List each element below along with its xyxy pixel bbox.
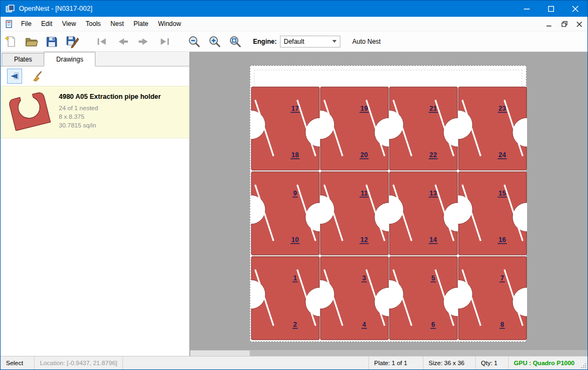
nested-part-pair[interactable]: 13 14: [389, 171, 458, 255]
zoom-in-button[interactable]: [206, 33, 224, 50]
mdi-restore-button[interactable]: [559, 19, 569, 29]
svg-text:14: 14: [429, 236, 437, 244]
save-icon: [45, 35, 59, 49]
mdi-minimize-button[interactable]: [544, 19, 554, 29]
nav-first-icon: [95, 37, 110, 46]
status-gpu: GPU : Quadro P1000: [509, 356, 580, 369]
tab-drawings[interactable]: Drawings: [44, 52, 95, 66]
status-mode: Select: [1, 356, 34, 369]
nested-part-pair[interactable]: 9 10: [251, 171, 320, 255]
open-file-button[interactable]: [22, 33, 40, 50]
svg-text:4: 4: [362, 321, 366, 328]
svg-text:1: 1: [293, 274, 297, 282]
save-as-button[interactable]: [63, 33, 81, 50]
nested-part-pair[interactable]: 19 20: [320, 86, 389, 171]
toolbar: Engine: Default Auto Nest: [1, 31, 587, 52]
nav-previous-button[interactable]: [114, 33, 132, 50]
menu-item-nest[interactable]: Nest: [106, 17, 129, 30]
svg-text:3: 3: [362, 274, 366, 282]
svg-text:7: 7: [500, 274, 504, 282]
svg-text:15: 15: [498, 190, 506, 197]
menu-item-plate[interactable]: Plate: [129, 17, 153, 30]
svg-text:8: 8: [500, 321, 504, 328]
open-folder-icon: [24, 35, 38, 49]
tab-plates[interactable]: Plates: [2, 53, 44, 66]
nav-last-button[interactable]: [155, 33, 173, 50]
clear-button[interactable]: [30, 69, 45, 84]
nested-part-pair[interactable]: 5 6: [389, 256, 458, 340]
back-arrow-icon: [9, 70, 20, 82]
nest-canvas[interactable]: 17 18 19 20 21 22: [190, 52, 587, 357]
mdi-window-controls: [544, 17, 584, 31]
svg-text:23: 23: [498, 105, 506, 112]
back-to-drawing-button[interactable]: [7, 69, 22, 84]
document-icon: [5, 20, 13, 28]
zoom-fit-button[interactable]: [226, 33, 244, 50]
zoom-out-button[interactable]: [185, 33, 203, 50]
nested-part-pair[interactable]: 21 22: [389, 86, 458, 171]
nested-part-pair[interactable]: 17 18: [251, 86, 320, 171]
broom-icon: [31, 70, 43, 82]
chevron-down-icon: [332, 40, 337, 43]
nested-part-pair[interactable]: 3 4: [320, 256, 389, 340]
save-edit-icon: [65, 35, 79, 49]
svg-text:22: 22: [429, 151, 437, 159]
nav-next-icon: [136, 37, 151, 46]
new-file-button[interactable]: [2, 33, 20, 50]
svg-text:6: 6: [431, 321, 435, 328]
save-button[interactable]: [43, 33, 61, 50]
engine-select[interactable]: Default: [280, 36, 340, 48]
titlebar: OpenNest - [N0317-002]: [1, 1, 587, 17]
svg-text:17: 17: [291, 105, 299, 112]
zoom-in-icon: [208, 35, 222, 49]
nested-part-pair[interactable]: 1 2: [251, 256, 320, 340]
svg-text:21: 21: [429, 105, 437, 112]
nested-part-pair[interactable]: 11 12: [320, 171, 389, 255]
menubar: FileEditViewToolsNestPlateWindow: [1, 17, 587, 31]
mdi-close-button[interactable]: [575, 19, 584, 29]
nested-part-pair[interactable]: 15 16: [458, 171, 527, 255]
engine-label: Engine:: [253, 38, 277, 45]
menu-item-tools[interactable]: Tools: [81, 17, 106, 30]
content-area: Plates Drawings: [1, 52, 587, 357]
new-file-icon: [4, 35, 18, 49]
svg-text:20: 20: [360, 151, 368, 159]
menu-item-view[interactable]: View: [57, 17, 81, 30]
menu-item-edit[interactable]: Edit: [36, 17, 57, 30]
menu-item-window[interactable]: Window: [153, 17, 186, 30]
nav-next-button[interactable]: [134, 33, 153, 50]
nested-part-pair[interactable]: 23 24: [458, 86, 527, 171]
status-plate: Plate: 1 of 1: [369, 356, 423, 369]
window-title: OpenNest - [N0317-002]: [19, 5, 92, 12]
svg-text:16: 16: [498, 236, 506, 244]
left-panel: Plates Drawings: [1, 52, 190, 357]
svg-text:10: 10: [291, 236, 299, 244]
zoom-fit-icon: [228, 35, 242, 49]
svg-text:12: 12: [360, 236, 368, 244]
part-thumbnail: [6, 91, 52, 132]
status-qty: Qty: 1: [476, 356, 508, 369]
drawing-meta: 4980 A05 Extraction pipe holder 24 of 1 …: [59, 91, 161, 132]
minimize-button[interactable]: [515, 1, 539, 17]
resize-grip[interactable]: [580, 356, 587, 369]
plate-sheet[interactable]: 17 18 19 20 21 22: [250, 65, 527, 342]
menu-item-file[interactable]: File: [16, 17, 36, 30]
nav-first-button[interactable]: [93, 33, 112, 50]
svg-text:19: 19: [360, 105, 368, 112]
nested-part-pair[interactable]: 7 8: [458, 256, 527, 340]
drawing-list-item[interactable]: 4980 A05 Extraction pipe holder 24 of 1 …: [1, 86, 189, 138]
svg-text:18: 18: [291, 151, 299, 159]
svg-text:5: 5: [431, 274, 435, 282]
svg-text:2: 2: [293, 321, 297, 328]
drawing-title: 4980 A05 Extraction pipe holder: [59, 93, 161, 100]
auto-nest-button[interactable]: Auto Nest: [352, 38, 381, 45]
nav-last-icon: [157, 37, 171, 46]
status-location: Location: [-0.9437, 21.8796]: [35, 356, 122, 369]
svg-text:9: 9: [293, 190, 297, 197]
menu-items: FileEditViewToolsNestPlateWindow: [16, 17, 186, 30]
svg-text:13: 13: [429, 190, 437, 197]
app-window: OpenNest - [N0317-002] FileEditViewTools…: [0, 0, 588, 370]
close-button[interactable]: [563, 1, 587, 17]
maximize-button[interactable]: [539, 1, 563, 17]
status-size: Size: 36 x 36: [423, 356, 475, 369]
